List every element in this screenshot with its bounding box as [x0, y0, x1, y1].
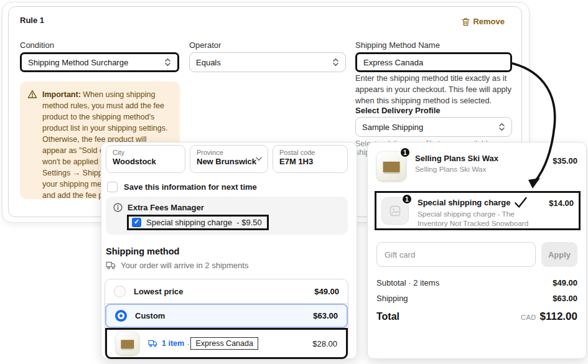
fee-option-label: Special shipping charge - $9.50 [146, 218, 262, 227]
total-amount: $112.00 [539, 310, 577, 323]
shipping-value: $63.00 [553, 294, 577, 303]
city-field[interactable]: City Woodstock [106, 145, 185, 173]
option-price: $63.00 [313, 311, 338, 320]
product-thumbnail: 1 [376, 151, 406, 181]
postal-code-field[interactable]: Postal code E7M 1H3 [273, 145, 348, 173]
cart-item-title: Special shipping charge [418, 198, 511, 207]
gift-card-row: Apply [376, 242, 577, 267]
shipping-options-list: Lowest price $49.00 Custom $63.00 1 i [105, 279, 348, 358]
postal-code-value: E7M 1H3 [279, 157, 341, 167]
subtotal-value: $49.00 [553, 278, 577, 287]
operator-value: Equals [196, 58, 332, 67]
city-value: Woodstock [113, 157, 179, 167]
updown-chevron-icon [332, 58, 339, 67]
subtotal-label: Subtotal · 2 items [376, 278, 439, 287]
operator-select[interactable]: Equals [189, 52, 346, 72]
city-label: City [113, 149, 179, 157]
option-price: $49.00 [314, 287, 339, 296]
shipping-method-chip: Express Canada [190, 337, 258, 350]
quantity-badge: 1 [401, 194, 413, 205]
chevron-down-icon [256, 157, 262, 161]
option-label: Custom [135, 311, 165, 320]
checkout-preview-panel: City Woodstock Province New Brunswick Po… [101, 142, 357, 359]
fee-checkbox-checked[interactable]: ✓ [132, 218, 141, 227]
condition-select[interactable]: Shipping Method Surcharge [20, 52, 179, 72]
delivery-profile-label: Select Delivery Profile [355, 106, 441, 115]
updown-chevron-icon [498, 123, 505, 131]
condition-value: Shipping Method Surcharge [28, 58, 164, 67]
warning-prefix: Important: [42, 90, 81, 99]
cart-item-subtitle: Selling Plans Ski Wax [415, 165, 498, 174]
shipping-method-helper-text: Enter the shipping method title exactly … [355, 73, 515, 106]
remove-rule-button[interactable]: Remove [462, 17, 505, 26]
shipping-method-name-input[interactable]: Express Canada [355, 52, 512, 72]
apply-button[interactable]: Apply [541, 242, 577, 267]
shipping-method-name-value: Express Canada [363, 58, 423, 67]
product-thumbnail [116, 332, 139, 355]
radio-selected[interactable] [115, 310, 127, 322]
screenshot-stage: Rule 1 Remove Condition Operator Shippin… [0, 0, 588, 364]
extra-fees-manager-box: Extra Fees Manager ✓ Special shipping ch… [106, 197, 348, 235]
save-info-checkbox[interactable] [107, 182, 118, 192]
condition-label: Condition [20, 40, 54, 50]
total-row: Total CAD $112.00 [376, 310, 577, 323]
cart-item-price: $14.00 [549, 197, 574, 224]
cart-item-special-charge: 1 Special shipping charge Special shippi… [375, 191, 581, 230]
info-icon [113, 203, 123, 212]
separator-dot: · [187, 339, 189, 348]
subtotal-row: Subtotal · 2 items $49.00 [376, 278, 577, 287]
gift-card-input[interactable] [376, 242, 536, 267]
delivery-profile-value: Sample Shipping [362, 123, 498, 132]
special-shipping-charge-option[interactable]: ✓ Special shipping charge - $9.50 [127, 215, 269, 230]
extra-fees-title: Extra Fees Manager [128, 203, 204, 212]
province-value: New Brunswick [197, 157, 261, 167]
shipment-items-count: 1 item [162, 339, 184, 348]
shipping-option-custom[interactable]: Custom $63.00 [105, 304, 348, 328]
province-label: Province [197, 149, 261, 157]
shipment-detail-row[interactable]: 1 item · Express Canada $28.00 [105, 328, 348, 359]
cart-item-title: Selling Plans Ski Wax [415, 154, 498, 163]
shipping-option-lowest-price[interactable]: Lowest price $49.00 [105, 279, 348, 304]
warning-icon [27, 89, 37, 192]
image-placeholder-thumbnail: 1 [381, 197, 409, 225]
delivery-profile-select[interactable]: Sample Shipping [355, 117, 512, 137]
total-label: Total [376, 311, 399, 322]
updown-chevron-icon [164, 58, 171, 67]
radio-unselected[interactable] [114, 286, 126, 297]
cart-item-subtitle: Special shipping charge - The Inventory … [418, 210, 545, 228]
cart-item-ski-wax: 1 Selling Plans Ski Wax Selling Plans Sk… [376, 151, 577, 181]
currency-code: CAD [521, 314, 536, 321]
cart-item-price: $35.00 [553, 151, 577, 181]
save-info-row[interactable]: Save this information for next time [107, 182, 257, 192]
postal-code-label: Postal code [279, 149, 341, 157]
operator-label: Operator [189, 40, 221, 50]
rule-title: Rule 1 [20, 16, 44, 25]
save-info-label: Save this information for next time [124, 182, 257, 192]
quantity-badge: 1 [399, 147, 411, 158]
shipping-method-name-label: Shipping Method Name [355, 40, 440, 50]
truck-icon [106, 261, 116, 269]
shipping-label: Shipping [376, 294, 408, 303]
shipping-note-text: Your order will arrive in 2 shipments [121, 261, 248, 270]
cart-summary-panel: 1 Selling Plans Ski Wax Selling Plans Sk… [367, 142, 587, 359]
option-label: Lowest price [134, 287, 183, 296]
shipment-price: $28.00 [312, 339, 337, 348]
trash-icon [462, 17, 470, 26]
truck-icon [148, 340, 158, 347]
shipping-note: Your order will arrive in 2 shipments [106, 261, 248, 270]
shipping-row: Shipping $63.00 [376, 294, 577, 303]
remove-label: Remove [473, 17, 505, 26]
image-placeholder-icon [390, 205, 401, 217]
check-annotation-icon [515, 197, 527, 208]
shipping-method-heading: Shipping method [106, 246, 179, 256]
province-select[interactable]: Province New Brunswick [190, 145, 268, 173]
